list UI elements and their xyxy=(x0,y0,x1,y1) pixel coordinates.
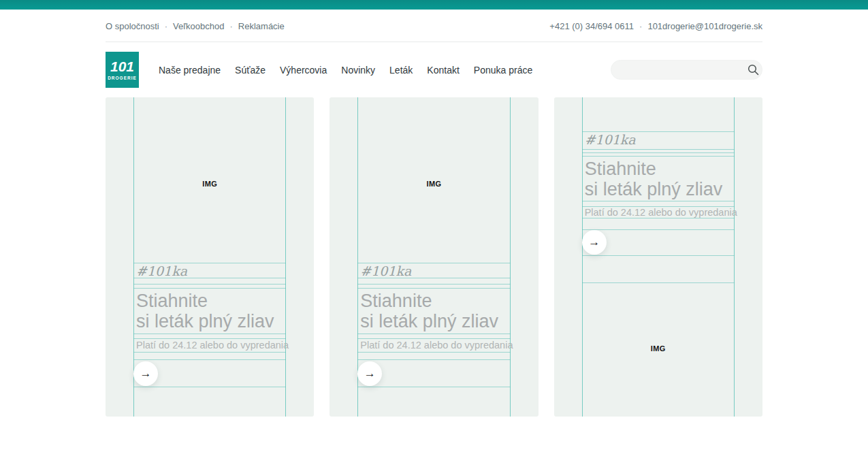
banner-title: Stiahnite si leták plný zliav xyxy=(136,291,287,331)
guide-line xyxy=(582,255,735,256)
nav-item-novinky[interactable]: Novinky xyxy=(341,65,375,76)
banner-card-1[interactable]: IMG #101ka Stiahnite si leták plný zliav… xyxy=(106,97,314,417)
logo-101-text: 101 xyxy=(110,60,134,74)
guide-line xyxy=(357,338,510,339)
banner-validity: Platí do 24.12 alebo do vypredania xyxy=(360,340,513,351)
guide-line xyxy=(734,97,735,417)
logo-drogerie-text: DROGERIE xyxy=(108,76,137,80)
banner-title: Stiahnite si leták plný zliav xyxy=(360,291,511,331)
image-placeholder-label: IMG xyxy=(106,180,314,188)
contact-info: +421 (0) 34/694 0611 · 101drogerie@101dr… xyxy=(549,21,762,31)
email-link[interactable]: 101drogerie@101drogerie.sk xyxy=(647,21,762,31)
banner-validity: Platí do 24.12 alebo do vypredania xyxy=(136,340,289,351)
guide-line xyxy=(357,284,510,285)
utility-nav: O spoločnosti · Veľkoobchod · Reklamácie… xyxy=(106,10,762,42)
nav-item-sutaze[interactable]: Súťaže xyxy=(235,65,266,76)
main-nav: Naše predajne Súťaže Výhercovia Novinky … xyxy=(159,65,532,76)
guide-line xyxy=(357,387,510,387)
guide-line xyxy=(285,97,286,417)
phone-number[interactable]: +421 (0) 34/694 0611 xyxy=(549,21,634,31)
hashtag-101ka: #101ka xyxy=(585,132,636,147)
guide-line xyxy=(582,152,735,153)
guide-line xyxy=(582,282,735,283)
utility-link-reklamacie[interactable]: Reklamácie xyxy=(238,21,285,31)
utility-links: O spoločnosti · Veľkoobchod · Reklamácie xyxy=(106,21,285,31)
guide-line xyxy=(582,97,583,417)
guide-line xyxy=(133,284,286,285)
logo[interactable]: 101 DROGERIE xyxy=(106,52,139,88)
nav-item-vyhercovia[interactable]: Výhercovia xyxy=(280,65,327,76)
guide-line xyxy=(582,218,735,218)
guide-line xyxy=(133,352,286,353)
nav-item-kontakt[interactable]: Kontakt xyxy=(427,65,459,76)
nav-item-nase-predajne[interactable]: Naše predajne xyxy=(159,65,221,76)
guide-line xyxy=(357,359,510,360)
guide-line xyxy=(582,201,735,201)
guide-line xyxy=(582,149,735,150)
image-placeholder-label: IMG xyxy=(554,344,762,353)
banner-card-2[interactable]: IMG #101ka Stiahnite si leták plný zliav… xyxy=(329,97,538,417)
banner-validity: Platí do 24.12 alebo do vypredania xyxy=(585,207,737,218)
guide-line xyxy=(133,387,286,387)
guide-line xyxy=(133,338,286,339)
search-input[interactable] xyxy=(611,65,748,75)
separator-dot: · xyxy=(229,21,232,31)
page: O spoločnosti · Veľkoobchod · Reklamácie… xyxy=(0,0,868,471)
utility-link-velkoobchod[interactable]: Veľkoobchod xyxy=(173,21,224,31)
utility-link-o-spolocnosti[interactable]: O spoločnosti xyxy=(106,21,159,31)
guide-line xyxy=(133,334,286,334)
banner-row: IMG #101ka Stiahnite si leták plný zliav… xyxy=(106,97,762,417)
image-placeholder-label: IMG xyxy=(329,180,538,188)
main-header: 101 DROGERIE Naše predajne Súťaže Výherc… xyxy=(106,42,762,97)
guide-line xyxy=(357,334,510,334)
arrow-right-button[interactable]: → xyxy=(582,230,607,255)
search-icon[interactable] xyxy=(748,64,759,76)
arrow-right-button[interactable]: → xyxy=(133,361,158,386)
guide-line xyxy=(133,359,286,360)
nav-item-letak[interactable]: Leták xyxy=(389,65,413,76)
hashtag-101ka: #101ka xyxy=(136,263,187,278)
separator-dot: · xyxy=(165,21,167,31)
guide-line xyxy=(357,352,510,353)
hashtag-101ka: #101ka xyxy=(360,263,411,278)
top-accent-bar xyxy=(0,0,868,10)
arrow-right-button[interactable]: → xyxy=(357,361,382,386)
search-box[interactable] xyxy=(611,60,762,80)
nav-item-ponuka-prace[interactable]: Ponuka práce xyxy=(474,65,532,76)
guide-line xyxy=(582,229,735,230)
separator-dot: · xyxy=(639,21,642,31)
guide-line xyxy=(357,288,510,289)
banner-title: Stiahnite si leták plný zliav xyxy=(585,159,735,199)
guide-line xyxy=(133,288,286,289)
guide-line xyxy=(510,97,511,417)
guide-line xyxy=(582,156,735,157)
banner-card-3[interactable]: #101ka Stiahnite si leták plný zliav Pla… xyxy=(554,97,762,417)
